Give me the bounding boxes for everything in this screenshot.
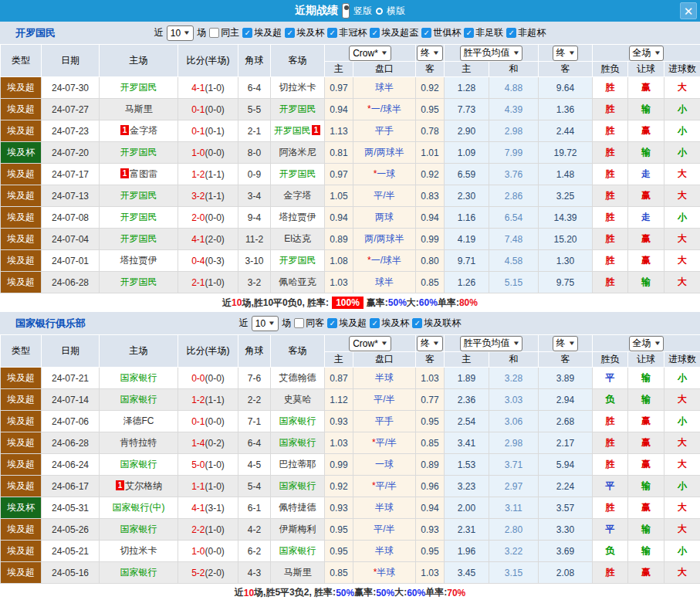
team-link[interactable]: 伊斯梅利 [279,524,316,534]
europe-away-odds-cell: 14.39 [539,207,593,229]
final-odds-select-1[interactable]: 终▼ [417,336,443,351]
league-filter-checkbox-6[interactable]: ✓非足联 [464,26,503,39]
team-link[interactable]: 国家银行 [120,524,157,534]
result-cell: 负 [593,541,628,562]
team-link[interactable]: 国家银行 [279,415,316,426]
league-type-cell: 埃及超 [1,120,42,142]
same-venue-checkbox[interactable]: 同主 [209,26,239,39]
team-link[interactable]: 金字塔 [130,125,157,136]
league-filter-checkbox-1[interactable]: ✓埃及超 [327,317,367,330]
checkbox-checked-icon[interactable]: ✓ [370,318,380,328]
goals-result-cell: 大 [664,497,700,519]
team-link[interactable]: 国家银行 [120,372,157,383]
team-link[interactable]: 开罗国民 [120,276,157,287]
team-link[interactable]: 开罗国民 [279,168,316,179]
chevron-down-icon: ▼ [268,320,276,327]
checkbox-checked-icon[interactable]: ✓ [242,28,252,38]
league-filter-checkbox-3[interactable]: ✓非冠杯 [327,26,367,39]
team-link[interactable]: 国家银行 [279,480,316,491]
team-link[interactable]: El达克 [284,233,311,244]
chevron-down-icon: ▼ [512,340,519,347]
match-row: 埃及超24-06-28开罗国民2-1(1-0)3-2佩哈亚克1.03球半0.85… [1,272,700,293]
team-link[interactable]: 国家银行 [120,459,157,469]
score-cell: 2-1(1-0) [178,272,238,293]
checkbox-unchecked-icon[interactable] [209,28,219,38]
europe-odds-select[interactable]: 胜平负均值▼ [460,46,523,61]
team-link[interactable]: 马斯里 [284,567,312,578]
team-link[interactable]: 艾尔格纳 [125,480,162,491]
scope-select[interactable]: 全场▼ [629,336,664,351]
away-team-cell: El达克 [271,229,325,250]
team-link[interactable]: 开罗国民 [279,255,316,266]
checkbox-checked-icon[interactable]: ✓ [327,28,337,38]
checkbox-checked-icon[interactable]: ✓ [421,28,431,38]
checkbox-checked-icon[interactable]: ✓ [506,28,516,38]
checkbox-checked-icon[interactable]: ✓ [464,28,474,38]
team-link[interactable]: 开罗国民 [279,103,316,114]
team-link[interactable]: 史莫哈 [284,394,312,405]
sub-column-header: 客 [539,352,593,368]
league-filter-checkbox-1[interactable]: ✓埃及超 [242,26,282,39]
checkbox-checked-icon[interactable]: ✓ [370,28,380,38]
team-link[interactable]: 国家银行 [279,545,316,556]
date-cell: 24-07-17 [42,164,100,185]
league-filter-checkbox-3[interactable]: ✓埃及联杯 [412,317,461,330]
team-link[interactable]: 切拉米卡 [120,545,157,556]
radio-vertical-label[interactable]: 竖版 [353,5,372,18]
checkbox-checked-icon[interactable]: ✓ [327,318,337,328]
close-button[interactable]: ✕ [680,2,697,19]
team-link[interactable]: 国家银行(中) [113,502,165,513]
team-link[interactable]: 塔拉贾伊 [279,212,316,222]
chevron-down-icon: ▼ [183,29,191,36]
league-filter-checkbox-2[interactable]: ✓埃及杯 [370,317,409,330]
team-link[interactable]: 切拉米卡 [279,82,316,93]
team-link[interactable]: 开罗国民 [120,147,157,158]
final-odds-select-1[interactable]: 终▼ [417,46,443,61]
bookmaker-select[interactable]: Crow*▼ [349,336,391,351]
checkbox-checked-icon[interactable]: ✓ [285,28,295,38]
team-link[interactable]: 富图雷 [130,168,157,179]
team-link[interactable]: 国家银行 [120,567,157,578]
team-link[interactable]: 开罗国民 [120,212,157,222]
summary-segment: 10 [244,588,254,598]
team-link[interactable]: 塔拉贾伊 [120,255,157,266]
away-team-cell: 国家银行 [271,411,325,432]
team-link[interactable]: 佩哈亚克 [279,276,316,287]
team-link[interactable]: 开罗国民 [120,190,157,201]
team-link[interactable]: 开罗国民 [120,233,157,244]
radio-horizontal-icon[interactable] [376,8,383,15]
team-link[interactable]: 泽德FC [123,415,154,426]
team-link[interactable]: 国家银行 [120,394,157,405]
goals-result-cell: 大 [664,272,700,293]
result-cell: 胜 [593,99,628,120]
match-count-select[interactable]: 10▼ [167,25,194,41]
scope-select[interactable]: 全场▼ [629,46,664,61]
final-odds-select-2[interactable]: 终▼ [553,336,579,351]
asian-home-odds-cell: 0.97 [325,77,353,99]
team-link[interactable]: 巴拉蒂耶 [279,459,316,469]
team-link[interactable]: 艾德翰德 [279,372,316,383]
team-link[interactable]: 国家银行 [279,437,316,448]
team-link[interactable]: 阿洛米尼 [279,147,316,158]
team-link[interactable]: 马斯里 [125,103,153,114]
radio-horizontal-label[interactable]: 横版 [387,5,405,18]
checkbox-checked-icon[interactable]: ✓ [412,318,422,328]
chevron-down-icon: ▼ [512,49,519,56]
bookmaker-select[interactable]: Crow*▼ [349,46,391,61]
final-odds-select-2[interactable]: 终▼ [553,46,579,61]
league-filter-checkbox-7[interactable]: ✓非超杯 [506,26,546,39]
team-link[interactable]: 金字塔 [284,190,312,201]
match-row: 埃及杯24-05-31国家银行(中)4-1(3-1)6-1佩特捷德0.93半球0… [1,497,700,519]
checkbox-unchecked-icon[interactable] [294,318,304,328]
same-venue-checkbox[interactable]: 同客 [294,317,324,330]
league-filter-checkbox-4[interactable]: ✓埃及超盃 [370,26,418,39]
team-link[interactable]: 佩特捷德 [279,502,316,513]
league-filter-checkbox-2[interactable]: ✓埃及杯 [285,26,324,39]
radio-vertical-selected-icon[interactable] [342,3,350,19]
europe-odds-select[interactable]: 胜平负均值▼ [460,336,523,351]
team-link[interactable]: 肯特拉特 [120,437,157,448]
match-count-select[interactable]: 10▼ [252,316,279,331]
team-link[interactable]: 开罗国民 [120,82,157,93]
league-filter-checkbox-5[interactable]: ✓世俱杯 [421,26,461,39]
team-link[interactable]: 开罗国民 [274,125,311,136]
